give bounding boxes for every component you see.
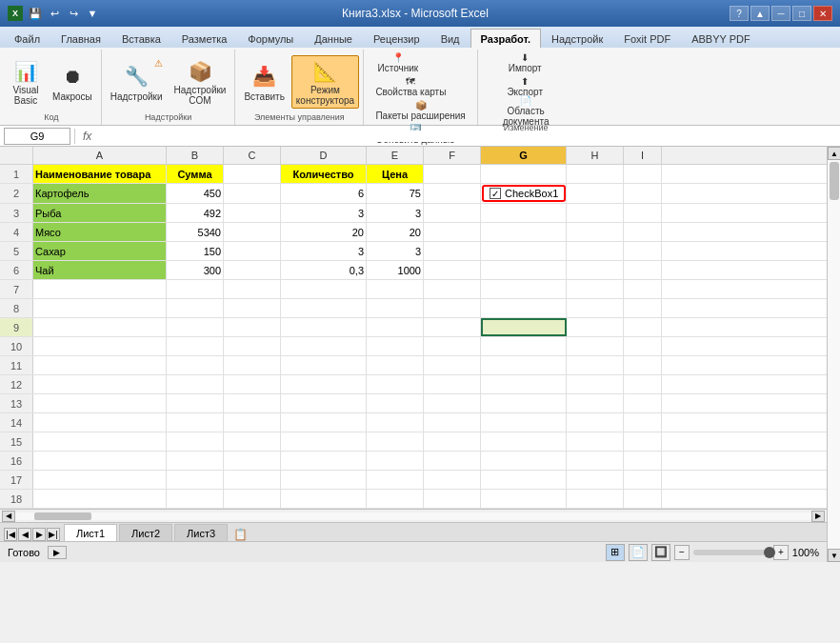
cell-E18[interactable]: [367, 490, 424, 508]
cell-C2[interactable]: [224, 184, 281, 203]
source-btn[interactable]: 📍 Источник: [371, 51, 424, 74]
cell-B2[interactable]: 450: [167, 184, 224, 203]
tab-data[interactable]: Данные: [304, 29, 363, 48]
cell-F1[interactable]: [424, 165, 481, 183]
ribbon-toggle-btn[interactable]: ▲: [750, 6, 770, 21]
cell-G12[interactable]: [481, 375, 567, 393]
cell-H8[interactable]: [567, 299, 624, 317]
scroll-down-btn[interactable]: ▼: [828, 549, 840, 562]
zoom-handle[interactable]: [764, 547, 775, 558]
tab-foxit[interactable]: Foxit PDF: [613, 29, 681, 48]
h-scroll-thumb[interactable]: [34, 512, 91, 520]
cell-C1[interactable]: [224, 165, 281, 183]
cell-D6[interactable]: 0,3: [281, 261, 367, 279]
tab-insert[interactable]: Вставка: [111, 29, 171, 48]
cell-D13[interactable]: [281, 394, 367, 412]
cell-A9[interactable]: [33, 318, 167, 336]
cell-G7[interactable]: [481, 280, 567, 298]
cell-I12[interactable]: [624, 375, 662, 393]
cell-D10[interactable]: [281, 337, 367, 355]
cell-A8[interactable]: [33, 299, 167, 317]
cell-I14[interactable]: [624, 413, 662, 432]
cell-B13[interactable]: [167, 394, 224, 412]
cell-A5[interactable]: Сахар: [33, 242, 167, 260]
cell-B12[interactable]: [167, 375, 224, 393]
cell-E4[interactable]: 20: [367, 223, 424, 241]
cell-I4[interactable]: [624, 223, 662, 241]
cell-I18[interactable]: [624, 490, 662, 508]
cell-H3[interactable]: [567, 204, 624, 222]
cell-H9[interactable]: [567, 318, 624, 336]
cell-B11[interactable]: [167, 356, 224, 374]
tab-home[interactable]: Главная: [50, 29, 111, 48]
tab-developer[interactable]: Разработ.: [470, 29, 541, 48]
insert-control-btn[interactable]: 📥 Вставить: [239, 55, 289, 109]
cell-D9[interactable]: [281, 318, 367, 336]
cell-B10[interactable]: [167, 337, 224, 355]
h-scroll-left-btn[interactable]: ◀: [2, 511, 15, 522]
cell-G5[interactable]: [481, 242, 567, 260]
cell-I2[interactable]: [624, 184, 662, 203]
redo-btn[interactable]: ↪: [65, 5, 82, 22]
cell-D2[interactable]: 6: [281, 184, 367, 203]
cell-F14[interactable]: [424, 413, 481, 432]
cell-G13[interactable]: [481, 394, 567, 412]
cell-E3[interactable]: 3: [367, 204, 424, 222]
undo-btn[interactable]: ↩: [46, 5, 63, 22]
cell-A18[interactable]: [33, 490, 167, 508]
col-header-B[interactable]: B: [167, 147, 224, 164]
cell-E8[interactable]: [367, 299, 424, 317]
visual-basic-btn[interactable]: 📊 VisualBasic: [6, 55, 46, 109]
col-header-G[interactable]: G: [481, 147, 567, 164]
cell-F8[interactable]: [424, 299, 481, 317]
cell-C7[interactable]: [224, 280, 281, 298]
cell-B5[interactable]: 150: [167, 242, 224, 260]
cell-C9[interactable]: [224, 318, 281, 336]
cell-G9[interactable]: [481, 318, 567, 336]
cell-F4[interactable]: [424, 223, 481, 241]
cell-H11[interactable]: [567, 356, 624, 374]
col-header-A[interactable]: A: [33, 147, 167, 164]
cell-E6[interactable]: 1000: [367, 261, 424, 279]
cell-G4[interactable]: [481, 223, 567, 241]
cell-F2[interactable]: [424, 184, 481, 203]
h-scroll-right-btn[interactable]: ▶: [811, 511, 825, 522]
cell-A12[interactable]: [33, 375, 167, 393]
cell-D17[interactable]: [281, 471, 367, 489]
cell-F11[interactable]: [424, 356, 481, 374]
col-header-F[interactable]: F: [424, 147, 481, 164]
addins-btn[interactable]: 🔧 Надстройки ⚠: [106, 55, 168, 109]
tab-view[interactable]: Вид: [430, 29, 470, 48]
cell-B6[interactable]: 300: [167, 261, 224, 279]
scroll-thumb[interactable]: [830, 162, 839, 200]
cell-D3[interactable]: 3: [281, 204, 367, 222]
cell-B17[interactable]: [167, 471, 224, 489]
cell-I9[interactable]: [624, 318, 662, 336]
checkbox-box[interactable]: ✓: [490, 188, 501, 199]
cell-G6[interactable]: [481, 261, 567, 279]
tab-file[interactable]: Файл: [4, 29, 50, 48]
cell-H1[interactable]: [567, 165, 624, 183]
qa-dropdown-btn[interactable]: ▼: [84, 5, 101, 22]
col-header-I[interactable]: I: [624, 147, 662, 164]
cell-C3[interactable]: [224, 204, 281, 222]
cell-G8[interactable]: [481, 299, 567, 317]
cell-G16[interactable]: [481, 452, 567, 470]
cell-B4[interactable]: 5340: [167, 223, 224, 241]
cell-C18[interactable]: [224, 490, 281, 508]
col-header-E[interactable]: E: [367, 147, 424, 164]
cell-G10[interactable]: [481, 337, 567, 355]
cell-A4[interactable]: Мясо: [33, 223, 167, 241]
sheet-prev-btn[interactable]: ◀: [18, 528, 31, 541]
cell-I5[interactable]: [624, 242, 662, 260]
cell-D7[interactable]: [281, 280, 367, 298]
cell-I11[interactable]: [624, 356, 662, 374]
cell-B3[interactable]: 492: [167, 204, 224, 222]
formula-input[interactable]: [99, 131, 836, 142]
cell-D16[interactable]: [281, 452, 367, 470]
cell-C16[interactable]: [224, 452, 281, 470]
cell-H6[interactable]: [567, 261, 624, 279]
cell-G3[interactable]: [481, 204, 567, 222]
cell-B14[interactable]: [167, 413, 224, 432]
cell-D1[interactable]: Количество: [281, 165, 367, 183]
